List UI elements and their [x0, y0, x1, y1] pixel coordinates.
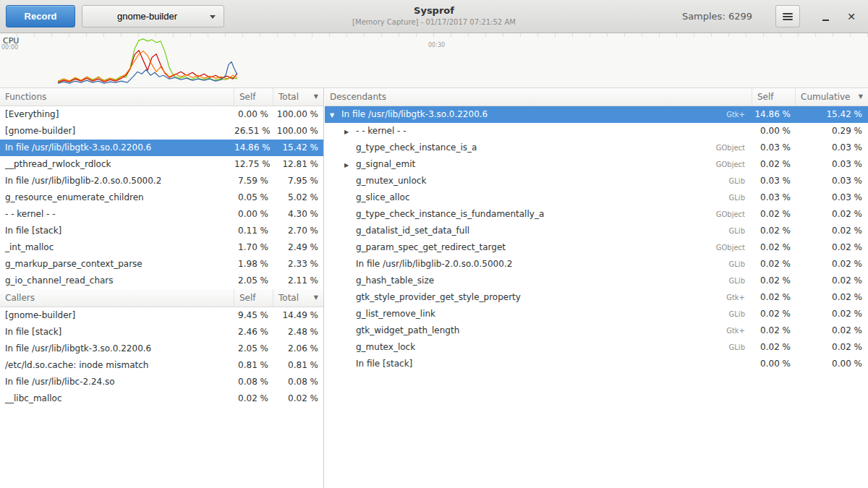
functions-column-header[interactable]: Functions: [0, 88, 234, 106]
cell-function-name: In file /usr/lib/libgtk-3.so.0.2200.6: [0, 140, 234, 156]
process-selector-label: gnome-builder: [117, 11, 177, 22]
functions-row[interactable]: - - kernel - -0.00 %4.30 %: [0, 206, 323, 223]
cell-function-name: /etc/ld.so.cache: inode mismatch: [0, 357, 234, 374]
descendants-row[interactable]: g_type_check_instance_is_fundamentally_a…: [325, 206, 868, 223]
functions-row[interactable]: g_markup_parse_context_parse1.98 %2.33 %: [0, 256, 323, 273]
descendant-name-label: g_datalist_id_set_data_full: [356, 226, 469, 236]
descendants-row[interactable]: In file /usr/lib/libglib-2.0.so.0.5000.2…: [325, 256, 868, 273]
descendants-self-column-header[interactable]: Self: [752, 88, 796, 106]
descendants-row[interactable]: g_hash_table_sizeGLib0.02 %0.02 %: [325, 273, 868, 289]
descendants-cumulative-column-header[interactable]: Cumulative ▼: [796, 88, 868, 106]
cell-function-name: In file /usr/lib/libc-2.24.so: [0, 374, 234, 390]
descendants-row[interactable]: In file [stack]0.00 %0.00 %: [325, 356, 868, 372]
callers-row[interactable]: /etc/ld.so.cache: inode mismatch0.81 %0.…: [0, 357, 323, 374]
functions-row[interactable]: _int_malloc1.70 %2.49 %: [0, 239, 323, 256]
cell-cumulative-percent: 0.02 %: [796, 273, 868, 289]
functions-self-column-header[interactable]: Self: [234, 88, 273, 106]
cell-total-percent: 2.11 %: [273, 273, 323, 289]
functions-row[interactable]: [Everything]0.00 %100.00 %: [0, 106, 323, 123]
cell-descendant-name: ▶g_signal_emit: [325, 156, 706, 173]
functions-row[interactable]: In file /usr/lib/libgtk-3.so.0.2200.614.…: [0, 140, 323, 156]
callers-row[interactable]: [gnome-builder]9.45 %14.49 %: [0, 307, 323, 324]
cell-function-name: g_io_channel_read_chars: [0, 273, 234, 289]
callers-row[interactable]: In file /usr/lib/libc-2.24.so0.08 %0.08 …: [0, 374, 323, 390]
descendants-row[interactable]: g_mutex_lockGLib0.02 %0.02 %: [325, 339, 868, 356]
descendants-row[interactable]: ▶g_signal_emitGObject0.02 %0.03 %: [325, 156, 868, 173]
cell-cumulative-percent: 0.03 %: [796, 156, 868, 173]
cell-self-percent: 9.45 %: [234, 307, 273, 324]
time-tick-mid: 00:30: [428, 42, 445, 48]
callers-row[interactable]: In file /usr/lib/libgtk-3.so.0.2200.62.0…: [0, 341, 323, 357]
cell-function-name: In file /usr/lib/libgtk-3.so.0.2200.6: [0, 341, 234, 357]
descendants-row[interactable]: g_param_spec_get_redirect_targetGObject0…: [325, 239, 868, 256]
cell-library-label: GLib: [706, 306, 752, 322]
descendants-row[interactable]: gtk_widget_path_lengthGtk+0.02 %0.02 %: [325, 322, 868, 339]
cell-library-label: GLib: [706, 189, 752, 206]
descendants-row[interactable]: g_mutex_unlockGLib0.03 %0.03 %: [325, 173, 868, 189]
cell-descendant-name: g_datalist_id_set_data_full: [325, 223, 706, 239]
cpu-graph-area[interactable]: CPU 00:00 00:30: [0, 33, 868, 88]
functions-row[interactable]: [gnome-builder]26.51 %100.00 %: [0, 123, 323, 140]
cell-total-percent: 5.02 %: [273, 189, 323, 206]
cell-function-name: - - kernel - -: [0, 206, 234, 223]
descendants-row[interactable]: g_slice_allocGLib0.03 %0.03 %: [325, 189, 868, 206]
minimize-button[interactable]: [817, 9, 833, 25]
descendants-row[interactable]: g_list_remove_linkGLib0.02 %0.02 %: [325, 306, 868, 322]
functions-row[interactable]: In file /usr/lib/libglib-2.0.so.0.5000.2…: [0, 173, 323, 189]
functions-row[interactable]: g_io_channel_read_chars2.05 %2.11 %: [0, 273, 323, 289]
descendants-row[interactable]: gtk_style_provider_get_style_propertyGtk…: [325, 289, 868, 306]
cell-cumulative-percent: 0.02 %: [796, 223, 868, 239]
expand-icon[interactable]: ▶: [344, 157, 356, 173]
cell-function-name: _int_malloc: [0, 239, 234, 256]
cell-total-percent: 0.81 %: [273, 357, 323, 374]
cell-cumulative-percent: 0.00 %: [796, 356, 868, 372]
descendant-name-label: g_type_check_instance_is_a: [356, 142, 477, 153]
cell-self-percent: 0.02 %: [752, 322, 796, 339]
cell-function-name: g_markup_parse_context_parse: [0, 256, 234, 273]
callers-row[interactable]: __libc_malloc0.02 %0.02 %: [0, 390, 323, 407]
functions-row[interactable]: In file [stack]0.11 %2.70 %: [0, 223, 323, 239]
functions-total-column-header[interactable]: Total ▼: [273, 88, 323, 106]
descendants-row[interactable]: ▼In file /usr/lib/libgtk-3.so.0.2200.6Gt…: [325, 106, 868, 123]
cell-total-percent: 0.02 %: [273, 390, 323, 407]
descendants-row[interactable]: ▶- - kernel - -0.00 %0.29 %: [325, 123, 868, 140]
samples-count: Samples: 6299: [682, 11, 752, 22]
record-button[interactable]: Record: [6, 5, 75, 27]
cell-function-name: In file /usr/lib/libglib-2.0.so.0.5000.2: [0, 173, 234, 189]
cell-library-label: GLib: [706, 173, 752, 189]
cell-function-name: __libc_malloc: [0, 390, 234, 407]
cell-cumulative-percent: 0.02 %: [796, 322, 868, 339]
callers-row[interactable]: In file [stack]2.46 %2.48 %: [0, 324, 323, 341]
descendant-name-label: gtk_widget_path_length: [356, 325, 459, 335]
process-selector-dropdown[interactable]: gnome-builder: [82, 5, 224, 27]
descendants-row[interactable]: g_datalist_id_set_data_fullGLib0.02 %0.0…: [325, 223, 868, 239]
cell-descendant-name: g_hash_table_size: [325, 273, 706, 289]
collapse-icon[interactable]: ▼: [330, 107, 341, 123]
functions-row[interactable]: __pthread_rwlock_rdlock12.75 %12.81 %: [0, 156, 323, 173]
functions-row[interactable]: g_resource_enumerate_children0.05 %5.02 …: [0, 189, 323, 206]
time-tick-start: 00:00: [1, 44, 18, 51]
cell-library-label: GLib: [706, 273, 752, 289]
cell-self-percent: 0.00 %: [234, 106, 273, 123]
close-button[interactable]: ✕: [843, 9, 859, 25]
cell-descendant-name: g_mutex_unlock: [325, 173, 706, 189]
cell-descendant-name: g_list_remove_link: [325, 306, 706, 322]
cell-cumulative-percent: 0.03 %: [796, 140, 868, 156]
cell-descendant-name: gtk_widget_path_length: [325, 322, 706, 339]
descendants-row[interactable]: g_type_check_instance_is_aGObject0.03 %0…: [325, 140, 868, 156]
cell-self-percent: 0.02 %: [752, 223, 796, 239]
cell-self-percent: 0.02 %: [752, 256, 796, 273]
cell-function-name: g_resource_enumerate_children: [0, 189, 234, 206]
callers-column-header[interactable]: Callers: [0, 289, 234, 307]
cell-total-percent: 15.42 %: [273, 140, 323, 156]
callers-total-column-header[interactable]: Total ▼: [273, 289, 323, 307]
callers-self-column-header[interactable]: Self: [234, 289, 273, 307]
descendant-name-label: g_param_spec_get_redirect_target: [356, 242, 506, 252]
menu-button[interactable]: [775, 5, 800, 27]
expand-icon[interactable]: ▶: [344, 124, 356, 140]
descendants-column-header[interactable]: Descendants: [325, 88, 752, 106]
cell-descendant-name: g_param_spec_get_redirect_target: [325, 239, 706, 256]
descendant-name-label: g_list_remove_link: [356, 309, 435, 319]
descendant-name-label: In file [stack]: [356, 359, 412, 369]
descendant-name-label: gtk_style_provider_get_style_property: [356, 292, 521, 302]
